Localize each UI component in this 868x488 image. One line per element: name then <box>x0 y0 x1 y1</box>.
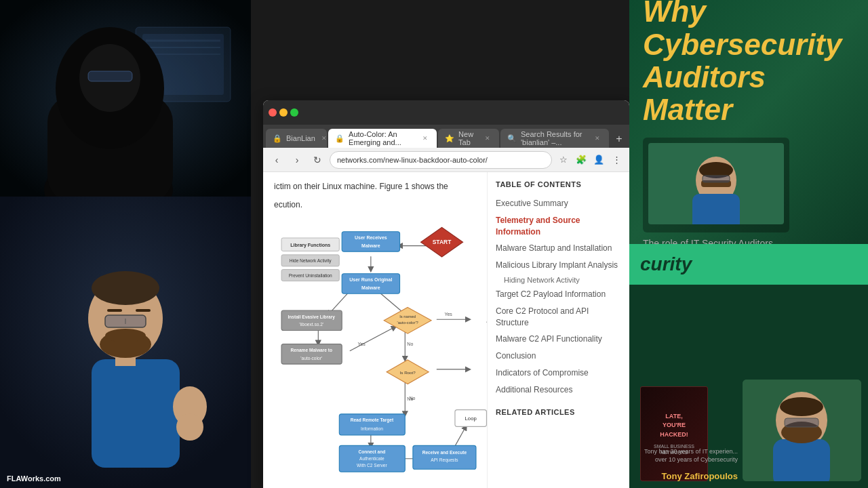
svg-line-34 <box>350 327 395 351</box>
toc-item-telemetry[interactable]: Telemetry and Source Information <box>496 212 621 241</box>
promo-accent-bar: curity <box>629 244 868 285</box>
svg-rect-68 <box>339 414 405 435</box>
presenter-photo <box>743 380 861 481</box>
tab-label: New Tab <box>458 130 479 146</box>
refresh-button[interactable]: ↻ <box>309 152 326 168</box>
flowchart-diagram: Yes No Yes No <box>274 217 487 477</box>
svg-text:'auto-color'?: 'auto-color'? <box>397 321 419 325</box>
webcam-panel: FLAWorks.com <box>0 197 251 488</box>
svg-rect-48 <box>342 232 399 251</box>
url-text: networks.com/new-linux-backdoor-auto-col… <box>337 156 488 164</box>
svg-text:Is Root?: Is Root? <box>400 370 416 375</box>
tab-icon: ⭐ <box>445 134 454 143</box>
svg-text:Loop: Loop <box>465 415 477 422</box>
close-button[interactable] <box>269 108 277 117</box>
svg-text:Authenticate: Authenticate <box>359 456 384 461</box>
extensions-icon[interactable]: 🧩 <box>574 152 589 167</box>
article-area[interactable]: ictim on their Linux machine. Figure 1 s… <box>263 172 487 488</box>
browser-window: 🔒 BianLian ✕ 🔒 Auto-Color: An Emerging a… <box>263 100 629 488</box>
svg-text:Is named: Is named <box>399 314 416 319</box>
bookmark-star-icon[interactable]: ☆ <box>556 152 571 167</box>
article-text-1: ictim on their Linux machine. Figure 1 s… <box>274 180 476 193</box>
svg-text:API Requests: API Requests <box>431 458 458 463</box>
svg-text:Yes: Yes <box>444 312 452 317</box>
related-articles-title: RELATED ARTICLES <box>496 408 621 416</box>
tab-close-newtab[interactable]: ✕ <box>483 134 492 143</box>
toc-item-executive-summary[interactable]: Executive Summary <box>496 195 621 212</box>
tab-icon: 🔒 <box>335 134 344 143</box>
svg-text:Connect and: Connect and <box>358 449 385 454</box>
promo-headline: Why Cybersecurity Auditors Matter <box>643 0 854 127</box>
tab-icon: 🔒 <box>273 134 282 143</box>
svg-text:Hide Network Activity: Hide Network Activity <box>290 259 332 264</box>
back-button[interactable]: ‹ <box>269 152 285 168</box>
svg-text:User Runs Original: User Runs Original <box>349 278 392 283</box>
maximize-button[interactable] <box>290 108 298 117</box>
svg-rect-91 <box>785 418 818 427</box>
toc-sidebar: TABLE OF CONTENTS Executive Summary Tele… <box>487 172 629 488</box>
svg-rect-62 <box>281 344 342 364</box>
svg-text:Receive and Execute: Receive and Execute <box>422 450 467 455</box>
toc-item-additional-resources[interactable]: Additional Resources <box>496 382 621 399</box>
url-input[interactable]: networks.com/new-linux-backdoor-auto-col… <box>330 151 552 169</box>
accent-text: curity <box>640 253 692 275</box>
svg-point-19 <box>105 329 146 342</box>
toc-item-core-c2[interactable]: Core C2 Protocol and API Structure <box>496 303 621 331</box>
presenter-thumbnail-small <box>648 143 784 224</box>
minimize-button[interactable] <box>279 108 288 117</box>
toc-item-target-c2[interactable]: Target C2 Payload Information <box>496 286 621 303</box>
svg-text:With C2 Server: With C2 Server <box>357 464 387 468</box>
toc-item-conclusion[interactable]: Conclusion <box>496 348 621 365</box>
svg-text:Yes: Yes <box>357 342 366 346</box>
svg-text:No: No <box>407 342 413 346</box>
settings-icon[interactable]: ⋮ <box>609 152 624 167</box>
tab-close-search[interactable]: ✕ <box>593 134 602 143</box>
svg-text:Malware: Malware <box>361 243 380 248</box>
tab-autocolor[interactable]: 🔒 Auto-Color: An Emerging and... ✕ <box>328 129 437 148</box>
toc-subitem-hiding-network[interactable]: Hiding Network Activity <box>496 274 621 286</box>
toc-item-malware-startup[interactable]: Malware Startup and Installation <box>496 240 621 257</box>
tab-search[interactable]: 🔍 Search Results for 'bianlian' –... ✕ <box>500 129 609 148</box>
toc-item-ioc[interactable]: Indicators of Compromise <box>496 365 621 382</box>
hacker-image-panel <box>0 0 251 197</box>
svg-text:START: START <box>433 239 452 246</box>
svg-rect-56 <box>281 310 342 330</box>
toc-title: TABLE OF CONTENTS <box>496 180 621 188</box>
svg-text:'auto-color': 'auto-color' <box>300 356 322 361</box>
svg-text:Malware: Malware <box>361 285 380 290</box>
promo-bottom-section: curity LATE, YOU'RE HACKED! SMALL BUSINE… <box>629 244 868 488</box>
profile-icon[interactable]: 👤 <box>591 152 606 167</box>
new-tab-button[interactable]: + <box>612 130 627 148</box>
tab-label: BianLian <box>286 134 315 142</box>
svg-rect-20 <box>107 309 122 312</box>
toolbar-icons: ☆ 🧩 👤 ⋮ <box>556 152 624 167</box>
tab-close-autocolor[interactable]: ✕ <box>420 134 430 143</box>
svg-rect-85 <box>703 176 730 182</box>
svg-text:Rename Malware to: Rename Malware to <box>291 348 332 353</box>
forward-button[interactable]: › <box>289 152 305 168</box>
svg-text:'liboext.so.2': 'liboext.so.2' <box>299 323 323 327</box>
svg-text:FLAWorks.com: FLAWorks.com <box>7 474 61 483</box>
svg-rect-10 <box>88 71 132 81</box>
tabs-bar: 🔒 BianLian ✕ 🔒 Auto-Color: An Emerging a… <box>263 125 629 148</box>
svg-text:No: No <box>409 396 415 401</box>
toc-item-malicious-library[interactable]: Malicious Library Implant Analysis <box>496 257 621 274</box>
toc-item-malware-c2[interactable]: Malware C2 API Functionality <box>496 331 621 348</box>
tab-close-bianlian[interactable]: ✕ <box>319 134 327 143</box>
window-chrome <box>263 100 629 125</box>
svg-text:Library Functions: Library Functions <box>290 243 330 249</box>
svg-text:Information: Information <box>361 426 383 431</box>
svg-rect-53 <box>342 274 399 293</box>
book-title: LATE, YOU'RE HACKED! <box>660 412 688 440</box>
tab-label: Search Results for 'bianlian' –... <box>521 130 589 146</box>
tab-newtab[interactable]: ⭐ New Tab ✕ <box>438 129 499 148</box>
svg-rect-88 <box>773 439 830 481</box>
book-cover: LATE, YOU'RE HACKED! SMALL BUSINESS NETW… <box>640 386 708 481</box>
tab-bianlian[interactable]: 🔒 BianLian ✕ <box>266 129 327 148</box>
promo-top-section: Why Cybersecurity Auditors Matter The ro… <box>629 0 868 244</box>
right-promo-panel: Why Cybersecurity Auditors Matter The ro… <box>629 0 868 488</box>
svg-point-89 <box>780 397 823 416</box>
svg-rect-82 <box>692 194 740 224</box>
page-content: ictim on their Linux machine. Figure 1 s… <box>263 172 629 488</box>
presenter-name-label: Tony Zafiropoulos <box>662 471 738 481</box>
